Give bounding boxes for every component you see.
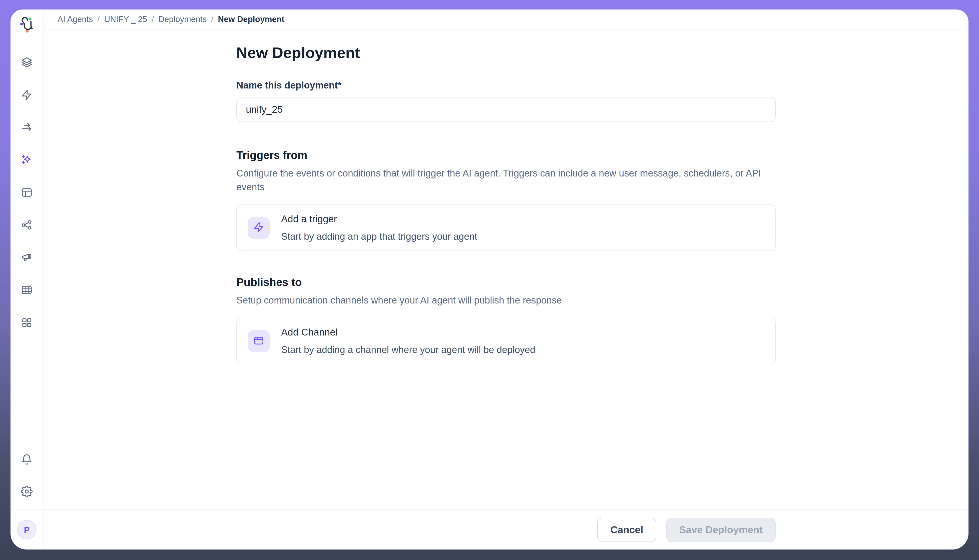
gear-icon bbox=[21, 485, 33, 498]
main-area: AI Agents / UNIFY _ 25 / Deployments / N… bbox=[43, 10, 969, 550]
add-trigger-title: Add a trigger bbox=[281, 213, 477, 225]
cancel-button[interactable]: Cancel bbox=[597, 518, 656, 542]
avatar-initial: P bbox=[24, 525, 30, 535]
grid-icon bbox=[21, 317, 33, 330]
deployment-name-input[interactable] bbox=[236, 97, 776, 122]
deployment-name-label: Name this deployment* bbox=[236, 80, 776, 91]
settings-button[interactable] bbox=[21, 486, 33, 498]
bell-icon bbox=[21, 453, 33, 467]
trigger-icon-tile bbox=[248, 217, 270, 239]
sidebar: P bbox=[10, 10, 43, 550]
notifications-button[interactable] bbox=[21, 454, 33, 466]
sparkles-icon bbox=[21, 154, 33, 167]
breadcrumb-separator: / bbox=[97, 15, 100, 24]
page-title: New Deployment bbox=[236, 44, 776, 62]
breadcrumb-separator: / bbox=[152, 15, 154, 24]
channel-icon-tile bbox=[248, 330, 270, 352]
sidebar-item-layers[interactable] bbox=[21, 57, 33, 69]
user-avatar[interactable]: P bbox=[17, 520, 37, 540]
add-channel-card[interactable]: Add Channel Start by adding a channel wh… bbox=[236, 318, 776, 364]
sidebar-nav bbox=[21, 57, 33, 329]
triggers-section-description: Configure the events or conditions that … bbox=[236, 167, 773, 194]
content-area: New Deployment Name this deployment* Tri… bbox=[43, 30, 969, 510]
sidebar-item-actions[interactable] bbox=[21, 90, 33, 102]
add-trigger-card[interactable]: Add a trigger Start by adding an app tha… bbox=[236, 205, 776, 251]
publishes-section: Publishes to Setup communication channel… bbox=[236, 276, 776, 364]
add-trigger-subtitle: Start by adding an app that triggers you… bbox=[281, 231, 477, 242]
panel-icon bbox=[21, 187, 33, 200]
breadcrumb-deployments[interactable]: Deployments bbox=[158, 15, 207, 24]
add-channel-title: Add Channel bbox=[281, 327, 535, 338]
sidebar-item-flows[interactable] bbox=[21, 122, 33, 134]
footer-bar: Cancel Save Deployment bbox=[43, 510, 969, 550]
breadcrumb-separator: / bbox=[211, 15, 213, 24]
zap-icon bbox=[21, 89, 33, 102]
add-channel-subtitle: Start by adding a channel where your age… bbox=[281, 345, 535, 355]
sidebar-item-ai-agents[interactable] bbox=[21, 155, 33, 167]
publishes-section-description: Setup communication channels where your … bbox=[236, 293, 773, 307]
unify-logo[interactable] bbox=[18, 17, 35, 33]
breadcrumb: AI Agents / UNIFY _ 25 / Deployments / N… bbox=[43, 10, 969, 30]
megaphone-icon bbox=[21, 252, 33, 265]
browser-window-icon bbox=[253, 335, 265, 348]
save-deployment-button[interactable]: Save Deployment bbox=[667, 518, 776, 542]
double-arrow-right-icon bbox=[21, 122, 33, 135]
publishes-section-title: Publishes to bbox=[236, 276, 776, 288]
app-window: P AI Agents / UNIFY _ 25 / Deployments /… bbox=[10, 10, 969, 550]
sidebar-item-integrations[interactable] bbox=[21, 220, 33, 232]
sidebar-footer: P bbox=[10, 510, 43, 550]
triggers-section-title: Triggers from bbox=[236, 149, 776, 162]
sidebar-item-apps[interactable] bbox=[21, 317, 33, 329]
sidebar-item-tables[interactable] bbox=[21, 285, 33, 297]
sidebar-item-campaigns[interactable] bbox=[21, 252, 33, 264]
sidebar-item-pages[interactable] bbox=[21, 187, 33, 199]
zap-icon bbox=[253, 222, 265, 234]
table-icon bbox=[21, 284, 33, 297]
breadcrumb-ai-agents[interactable]: AI Agents bbox=[57, 15, 93, 24]
layers-icon bbox=[21, 57, 33, 70]
triggers-section: Triggers from Configure the events or co… bbox=[236, 149, 776, 251]
breadcrumb-unify-25[interactable]: UNIFY _ 25 bbox=[104, 15, 147, 24]
share-nodes-icon bbox=[21, 219, 33, 232]
sidebar-bottom bbox=[21, 454, 33, 498]
breadcrumb-current-page: New Deployment bbox=[218, 15, 284, 24]
